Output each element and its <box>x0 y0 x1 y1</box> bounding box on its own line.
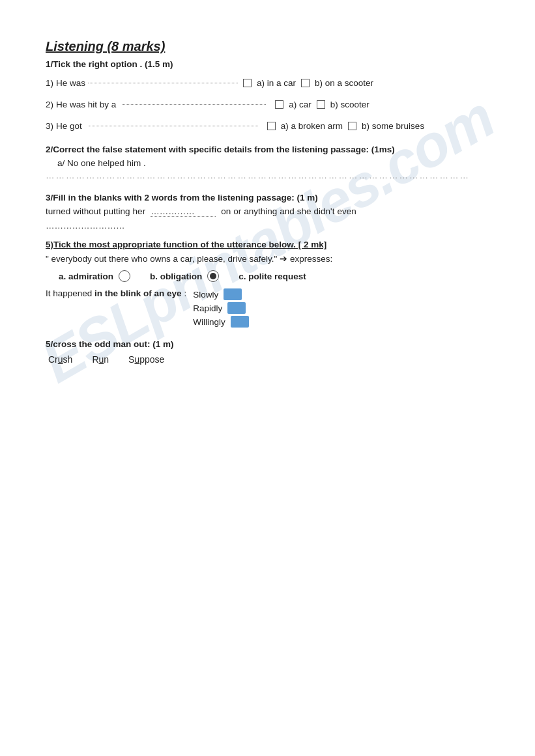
page-title: Listening (8 marks) <box>46 39 489 54</box>
blink-left: It happened in the blink of an eye : <box>46 288 186 298</box>
content: Listening (8 marks) 1/Tick the right opt… <box>46 39 489 365</box>
q1-prefix: He was <box>56 78 85 88</box>
option-obligation: b. obligation <box>150 270 219 282</box>
blink-row-rapidly: Rapidly <box>193 302 249 314</box>
expresses-label: expresses: <box>290 254 332 264</box>
fill-blank-1: …………… <box>151 206 216 217</box>
rapidly-blue-box[interactable] <box>227 302 246 314</box>
fill-word-10: didn't <box>314 206 335 216</box>
blink-prefix: It happened <box>46 288 92 298</box>
willingly-blue-box[interactable] <box>231 316 249 328</box>
option-admiration: a. admiration <box>59 270 130 282</box>
q2-dots <box>123 104 266 105</box>
fill-word-6: or <box>233 206 241 216</box>
q1-option-b: b) on a scooter <box>315 78 373 88</box>
blink-right: Slowly Rapidly Willingly <box>193 288 249 328</box>
section2-label: 2/Correct the false statement with speci… <box>46 145 395 154</box>
q3-checkbox-b[interactable] <box>348 122 356 130</box>
section3-line2: ……………………… <box>46 221 489 231</box>
slowly-blue-box[interactable] <box>224 288 242 300</box>
section2-dots: …………………………………………………………………………………………………………… <box>46 171 489 180</box>
suppose-ppose: ppose <box>139 354 164 365</box>
question-1: 1) He was a) in a car b) on a scooter <box>46 78 489 88</box>
section5b: 5/cross the odd man out: (1 m) Crush Run… <box>46 339 489 365</box>
q2-option-a: a) car <box>289 100 311 109</box>
crush-cr: Cr <box>48 354 58 365</box>
fill-word-7: anything <box>244 206 277 216</box>
blink-section: It happened in the blink of an eye : Slo… <box>46 288 489 328</box>
option-b-label: b. obligation <box>150 272 202 281</box>
blink-word-willingly: Willingly <box>193 317 225 327</box>
fill-word-5: on <box>221 206 231 216</box>
options-row: a. admiration b. obligation c. polite re… <box>59 270 489 282</box>
q3-option-b: b) some bruises <box>362 121 424 131</box>
q3-option-a: a) a broken arm <box>281 121 343 131</box>
odd-words-row: Crush Run Suppose <box>48 354 489 365</box>
crush-u: u <box>58 354 63 365</box>
section5b-label: 5/cross the odd man out: (1 m) <box>46 339 489 349</box>
blink-separator: : <box>184 288 186 298</box>
option-polite-request: c. polite request <box>239 272 306 281</box>
run-n: n <box>104 354 109 365</box>
fill-word-9: she <box>297 206 311 216</box>
section3: 3/Fill in the blanks with 2 words from t… <box>46 192 489 231</box>
q1-dots <box>88 83 238 83</box>
run-r: R <box>92 354 98 365</box>
arrow-icon: ➔ <box>280 253 290 264</box>
utterance-quote: " everybody out there who owns a car, pl… <box>46 254 277 264</box>
q1-checkbox-b[interactable] <box>301 79 310 87</box>
q2-checkbox-a[interactable] <box>275 100 283 109</box>
blink-word-rapidly: Rapidly <box>193 303 222 313</box>
odd-word-suppose: Suppose <box>128 354 164 365</box>
page: ESLprintables.com Listening (8 marks) 1/… <box>0 0 535 404</box>
section5a-label: 5)Tick the most appropriate function of … <box>46 240 489 249</box>
utterance-text: " everybody out there who owns a car, pl… <box>46 253 489 264</box>
q2-number: 2) <box>46 100 53 109</box>
option-a-label: a. admiration <box>59 272 113 281</box>
fill-word-3: putting <box>104 206 130 216</box>
section2-statement: a/ No one helped him . <box>57 158 489 168</box>
odd-word-run: Run <box>92 354 109 365</box>
q1-checkbox-a[interactable] <box>243 79 252 87</box>
q1-option-a: a) in a car <box>257 78 296 88</box>
q3-number: 3) <box>46 121 53 131</box>
section1-label: 1/Tick the right option . (1.5 m) <box>46 59 489 69</box>
option-a-radio[interactable] <box>119 270 130 282</box>
odd-word-crush: Crush <box>48 354 72 365</box>
option-c-label: c. polite request <box>239 272 306 281</box>
section3-label: 3/Fill in the blanks with 2 words from t… <box>46 193 318 203</box>
fill-word-1: turned <box>46 206 70 216</box>
blink-bold-text: in the blink of an eye <box>94 288 182 298</box>
fill-word-11: even <box>337 206 356 216</box>
question-3: 3) He got a) a broken arm b) some bruise… <box>46 121 489 131</box>
blink-row-slowly: Slowly <box>193 288 249 300</box>
section3-text: turned without putting her …………… on or a… <box>46 206 489 217</box>
crush-sh: sh <box>63 354 73 365</box>
q2-prefix: He was hit by a <box>56 100 116 109</box>
q2-checkbox-b[interactable] <box>317 100 325 109</box>
section5a: 5)Tick the most appropriate function of … <box>46 240 489 282</box>
q3-dots <box>89 126 258 126</box>
fill-word-4: her <box>133 206 146 216</box>
question-2: 2) He was hit by a a) car b) scooter <box>46 100 489 109</box>
blink-row-willingly: Willingly <box>193 316 249 328</box>
section2: 2/Correct the false statement with speci… <box>46 144 489 180</box>
option-b-radio[interactable] <box>207 270 219 282</box>
q2-option-b: b) scooter <box>330 100 369 109</box>
q3-checkbox-a[interactable] <box>267 122 276 130</box>
blink-word-slowly: Slowly <box>193 290 218 300</box>
q1-number: 1) <box>46 78 53 88</box>
fill-word-8: and <box>280 206 295 216</box>
q3-prefix: He got <box>56 121 82 131</box>
fill-word-2: without <box>73 206 101 216</box>
